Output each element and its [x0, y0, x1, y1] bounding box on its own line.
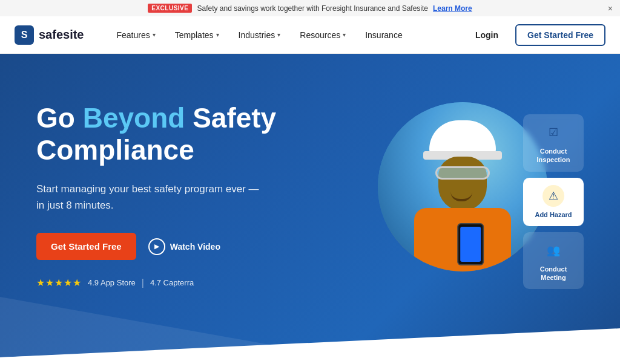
hazard-icon: ⚠ [542, 185, 564, 207]
chevron-down-icon: ▾ [216, 31, 219, 38]
headline-part2: Safety [185, 102, 276, 134]
navbar: S safesite Features ▾ Templates ▾ Indust… [0, 16, 620, 54]
nav-label-insurance: Insurance [365, 30, 402, 40]
meeting-label: Conduct Meeting [530, 265, 576, 282]
nav-label-features: Features [117, 30, 150, 40]
inspect-icon: ☑ [542, 122, 564, 143]
close-icon[interactable]: × [608, 4, 613, 13]
logo-text: safesite [39, 28, 84, 42]
action-card-hazard[interactable]: ⚠ Add Hazard [523, 178, 584, 226]
logo[interactable]: S safesite [15, 25, 84, 45]
headline-line2: Compliance [36, 134, 194, 166]
watch-video-button[interactable]: ▶ Watch Video [148, 238, 220, 255]
action-card-inspect[interactable]: ☑ Conduct Inspection [523, 114, 584, 172]
hazard-label: Add Hazard [535, 210, 572, 219]
inspect-label: Conduct Inspection [530, 147, 576, 164]
worker-face [438, 157, 487, 211]
hero-right: ☑ Conduct Inspection ⚠ Add Hazard 👥 Cond… [329, 90, 584, 320]
nav-label-templates: Templates [175, 30, 214, 40]
hero-headline: Go Beyond Safety Compliance [36, 102, 329, 166]
rating-divider: | [142, 278, 144, 288]
get-started-nav-button[interactable]: Get Started Free [515, 24, 605, 46]
nav-item-resources[interactable]: Resources ▾ [291, 25, 354, 45]
exclusive-badge: EXCLUSIVE [148, 4, 192, 13]
nav-actions: Login Get Started Free [468, 24, 605, 46]
capterra-rating: 4.7 Capterra [150, 278, 194, 287]
nav-item-templates[interactable]: Templates ▾ [167, 25, 228, 45]
learn-more-link[interactable]: Learn More [433, 4, 472, 13]
hero-content: Go Beyond Safety Compliance Start managi… [0, 54, 620, 357]
nav-item-industries[interactable]: Industries ▾ [230, 25, 289, 45]
worker-image [378, 102, 547, 271]
chevron-down-icon: ▾ [343, 31, 346, 38]
meeting-icon: 👥 [542, 239, 564, 261]
hero-ratings: ★★★★★ 4.9 App Store | 4.7 Capterra [36, 277, 329, 288]
nav-item-insurance[interactable]: Insurance [357, 25, 411, 45]
action-card-meeting[interactable]: 👥 Conduct Meeting [523, 232, 584, 290]
hero-subtext: Start managing your best safety program … [36, 181, 266, 213]
play-icon: ▶ [148, 238, 165, 255]
chevron-down-icon: ▾ [277, 31, 280, 38]
worker-phone [457, 223, 484, 265]
announcement-text: Safety and savings work together with Fo… [197, 4, 428, 13]
logo-icon: S [15, 25, 34, 45]
watch-video-label: Watch Video [170, 242, 220, 252]
hero-left: Go Beyond Safety Compliance Start managi… [36, 90, 329, 288]
hero-section: Go Beyond Safety Compliance Start managi… [0, 54, 620, 357]
chevron-down-icon: ▾ [153, 31, 156, 38]
nav-links: Features ▾ Templates ▾ Industries ▾ Reso… [108, 25, 468, 45]
action-cards: ☑ Conduct Inspection ⚠ Add Hazard 👥 Cond… [523, 114, 584, 289]
worker-figure [378, 102, 547, 271]
announcement-bar: EXCLUSIVE Safety and savings work togeth… [0, 0, 620, 16]
login-button[interactable]: Login [468, 25, 506, 45]
app-store-rating: 4.9 App Store [88, 278, 136, 287]
headline-part1: Go [36, 102, 83, 134]
worker-glasses [435, 166, 490, 180]
hero-cta: Get Started Free ▶ Watch Video [36, 233, 329, 260]
nav-label-industries: Industries [239, 30, 275, 40]
nav-item-features[interactable]: Features ▾ [108, 25, 164, 45]
nav-label-resources: Resources [300, 30, 340, 40]
get-started-hero-button[interactable]: Get Started Free [36, 233, 136, 260]
headline-highlight: Beyond [83, 102, 185, 134]
star-rating-icon: ★★★★★ [36, 277, 82, 288]
worker-phone-screen [460, 227, 481, 262]
